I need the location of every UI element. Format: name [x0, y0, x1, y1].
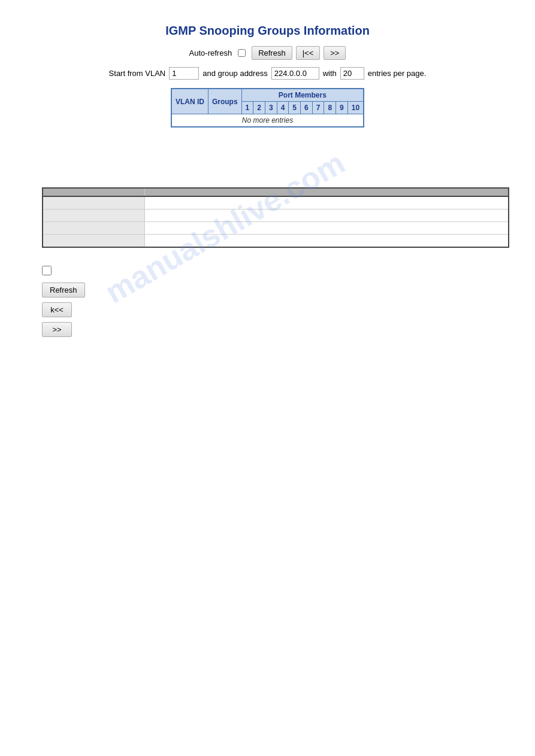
legend-value-3 [144, 222, 509, 235]
legend-label-2 [43, 210, 144, 222]
legend-label-1 [43, 196, 144, 210]
legend-value-2 [144, 210, 509, 222]
bottom-prev-button[interactable]: k<< [42, 302, 72, 317]
table-container: VLAN ID Groups Port Members 1 2 3 4 5 6 … [171, 88, 364, 127]
port-8-header: 8 [324, 102, 336, 114]
no-entries-row: No more entries [171, 114, 363, 127]
main-content: IGMP Snooping Groups Information Auto-re… [0, 0, 535, 139]
port-10-header: 10 [347, 102, 363, 114]
vlan-id-header: VLAN ID [171, 89, 208, 114]
bottom-autorefresh-row [42, 266, 52, 275]
entries-input[interactable] [340, 67, 364, 80]
legend-header-row [43, 188, 509, 196]
start-vlan-input[interactable] [169, 67, 199, 80]
refresh-button[interactable]: Refresh [252, 46, 292, 60]
legend-header-col2 [144, 188, 509, 196]
entries-label: entries per page. [368, 69, 427, 78]
bottom-next-button[interactable]: >> [42, 322, 72, 337]
legend-label-3 [43, 222, 144, 235]
port-4-header: 4 [277, 102, 289, 114]
port-1-header: 1 [241, 102, 253, 114]
bottom-section [42, 187, 509, 248]
bottom-controls: Refresh k<< >> [42, 266, 505, 337]
port-members-header: Port Members [241, 89, 364, 102]
bottom-auto-refresh-checkbox[interactable] [42, 266, 52, 275]
legend-table [42, 187, 509, 248]
port-2-header: 2 [253, 102, 265, 114]
group-address-input[interactable] [271, 67, 319, 80]
filter-row: Start from VLAN and group address with e… [109, 67, 427, 80]
port-7-header: 7 [312, 102, 324, 114]
port-9-header: 9 [336, 102, 348, 114]
legend-row-2 [43, 210, 509, 222]
next-button[interactable]: >> [324, 46, 346, 60]
page-title: IGMP Snooping Groups Information [165, 24, 370, 38]
port-3-header: 3 [265, 102, 277, 114]
port-6-header: 6 [301, 102, 313, 114]
prev-button[interactable]: |<< [296, 46, 321, 60]
legend-row-1 [43, 196, 509, 210]
auto-refresh-checkbox[interactable] [238, 49, 246, 57]
port-members-header-row: VLAN ID Groups Port Members [171, 89, 363, 102]
legend-row-4 [43, 235, 509, 248]
with-label: with [323, 69, 337, 78]
groups-header: Groups [208, 89, 241, 114]
legend-header-col1 [43, 188, 144, 196]
bottom-refresh-button[interactable]: Refresh [42, 283, 85, 297]
legend-label-4 [43, 235, 144, 248]
auto-refresh-label: Auto-refresh [189, 48, 232, 57]
port-5-header: 5 [289, 102, 301, 114]
legend-row-3 [43, 222, 509, 235]
group-address-label: and group address [202, 69, 267, 78]
start-vlan-label: Start from VLAN [109, 69, 166, 78]
no-entries-cell: No more entries [171, 114, 363, 127]
main-table: VLAN ID Groups Port Members 1 2 3 4 5 6 … [171, 89, 364, 127]
legend-value-1 [144, 196, 509, 210]
legend-value-4 [144, 235, 509, 248]
controls-row: Auto-refresh Refresh |<< >> [189, 46, 346, 60]
